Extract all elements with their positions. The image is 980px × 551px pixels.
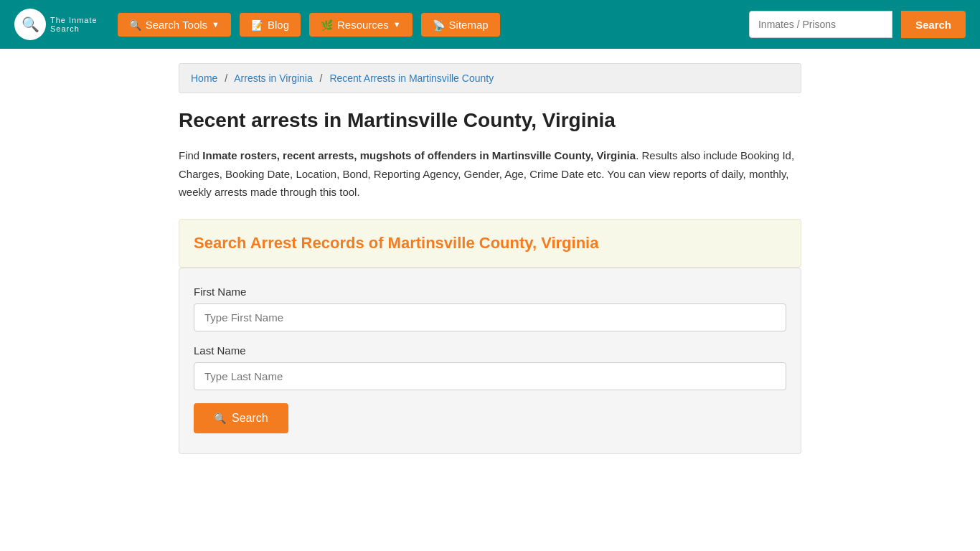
search-submit-icon bbox=[214, 412, 226, 425]
resources-icon bbox=[321, 19, 333, 31]
search-section-title: Search Arrest Records of Martinsville Co… bbox=[194, 234, 786, 253]
breadcrumb-separator: / bbox=[225, 72, 227, 84]
sitemap-button[interactable]: Sitemap bbox=[421, 13, 500, 37]
chevron-down-icon: ▼ bbox=[212, 20, 220, 29]
search-submit-button[interactable]: Search bbox=[194, 403, 288, 433]
logo-text: The Inmate Search bbox=[50, 16, 98, 33]
page-title: Recent arrests in Martinsville County, V… bbox=[179, 109, 801, 132]
last-name-label: Last Name bbox=[194, 344, 786, 357]
search-form-area: First Name Last Name Search bbox=[179, 268, 801, 454]
header-search-button[interactable]: Search bbox=[901, 11, 966, 38]
breadcrumb: Home / Arrests in Virginia / Recent Arre… bbox=[179, 63, 801, 93]
blog-icon bbox=[251, 19, 263, 31]
site-logo[interactable]: 🔍 The Inmate Search bbox=[14, 9, 98, 40]
page-description: Find Inmate rosters, recent arrests, mug… bbox=[179, 146, 801, 202]
last-name-input[interactable] bbox=[194, 362, 786, 390]
breadcrumb-martinsville-link[interactable]: Recent Arrests in Martinsville County bbox=[329, 72, 494, 84]
site-header: 🔍 The Inmate Search Search Tools ▼ Blog … bbox=[0, 0, 980, 49]
first-name-input[interactable] bbox=[194, 303, 786, 331]
main-content: Home / Arrests in Virginia / Recent Arre… bbox=[167, 49, 813, 468]
chevron-down-icon: ▼ bbox=[393, 20, 401, 29]
logo-icon: 🔍 bbox=[14, 9, 46, 40]
search-tools-icon bbox=[129, 19, 141, 31]
breadcrumb-virginia-link[interactable]: Arrests in Virginia bbox=[234, 72, 312, 84]
resources-button[interactable]: Resources ▼ bbox=[309, 13, 413, 37]
last-name-group: Last Name bbox=[194, 344, 786, 390]
first-name-label: First Name bbox=[194, 286, 786, 298]
sitemap-icon bbox=[433, 19, 445, 31]
search-section: Search Arrest Records of Martinsville Co… bbox=[179, 219, 801, 268]
search-tools-button[interactable]: Search Tools ▼ bbox=[118, 13, 231, 37]
breadcrumb-home-link[interactable]: Home bbox=[191, 72, 217, 84]
breadcrumb-separator: / bbox=[320, 72, 323, 84]
blog-button[interactable]: Blog bbox=[240, 13, 301, 37]
first-name-group: First Name bbox=[194, 286, 786, 331]
header-search-input[interactable] bbox=[749, 11, 892, 38]
